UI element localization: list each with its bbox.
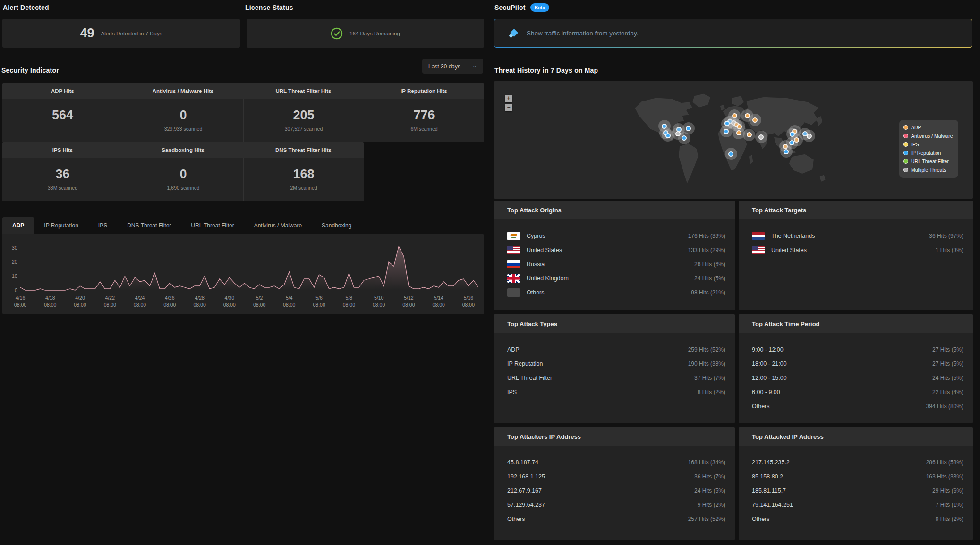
table-row: The Netherlands36 Hits (97%) xyxy=(739,229,973,243)
svg-text:08:00: 08:00 xyxy=(343,302,355,308)
license-card: 164 Days Remaining xyxy=(247,19,484,48)
row-label: 45.8.187.74 xyxy=(507,459,538,466)
stat-cell: 0329,933 scanned xyxy=(123,99,243,142)
table-row: 9:00 - 12:0027 Hits (5%) xyxy=(739,343,973,357)
map-zoom-in-button[interactable]: + xyxy=(505,95,512,102)
row-label: The Netherlands xyxy=(752,232,815,240)
row-value: 7 Hits (1%) xyxy=(936,502,963,508)
tab-antivirus-malware[interactable]: Antivirus / Malware xyxy=(244,217,312,234)
row-value: 257 Hits (52%) xyxy=(688,516,725,522)
security-indicator-title: Security Indicator xyxy=(1,67,59,74)
row-label-text: 79.141.164.251 xyxy=(752,502,793,508)
table-body: The Netherlands36 Hits (97%)United State… xyxy=(739,219,973,257)
row-label: Others xyxy=(507,516,525,522)
table-row: 57.129.64.2379 Hits (2%) xyxy=(494,498,735,512)
threat-marker-blue xyxy=(678,132,690,144)
svg-text:5/12: 5/12 xyxy=(404,295,414,301)
stat-value: 564 xyxy=(52,109,73,122)
row-value: 98 Hits (21%) xyxy=(691,289,725,296)
svg-text:10: 10 xyxy=(12,273,17,279)
legend-item: Multiple Threats xyxy=(903,166,953,174)
flag-cy-icon xyxy=(507,232,520,240)
tab-dns-threat-filter[interactable]: DNS Threat Filter xyxy=(117,217,181,234)
row-label-text: Russia xyxy=(527,261,545,268)
tab-ips[interactable]: IPS xyxy=(88,217,117,234)
row-label-text: 217.145.235.2 xyxy=(752,459,790,466)
row-value: 176 Hits (39%) xyxy=(688,233,725,239)
tab-url-threat-filter[interactable]: URL Threat Filter xyxy=(181,217,244,234)
stat-value: 205 xyxy=(293,109,314,122)
row-value: 286 Hits (58%) xyxy=(926,459,963,466)
stat-header: URL Threat Filter Hits xyxy=(243,83,364,99)
svg-text:20: 20 xyxy=(12,259,17,265)
table-row: 45.8.187.74168 Hits (34%) xyxy=(494,455,735,470)
row-label-text: 6:00 - 9:00 xyxy=(752,389,780,395)
row-label: United States xyxy=(752,246,807,254)
svg-text:0: 0 xyxy=(15,287,17,293)
svg-text:5/10: 5/10 xyxy=(374,295,384,301)
row-label: Others xyxy=(752,403,770,410)
stat-scanned: 329,933 scanned xyxy=(164,126,203,132)
threat-marker-blue xyxy=(780,145,793,158)
row-label: 85.158.80.2 xyxy=(752,473,783,480)
stat-header: DNS Threat Filter Hits xyxy=(243,142,364,158)
legend-label: Multiple Threats xyxy=(911,167,946,173)
stat-cell: 564 xyxy=(2,99,123,142)
table-row: United States133 Hits (29%) xyxy=(494,243,735,257)
stat-cell: 1682M scanned xyxy=(243,158,364,201)
alert-count: 49 xyxy=(80,26,94,41)
stat-value: 168 xyxy=(293,168,314,181)
flag-ru-icon xyxy=(507,260,520,268)
row-value: 9 Hits (2%) xyxy=(936,516,963,522)
threat-marker-orange xyxy=(749,114,761,126)
svg-text:08:00: 08:00 xyxy=(462,302,475,308)
svg-text:08:00: 08:00 xyxy=(223,302,236,308)
tab-ip-reputation[interactable]: IP Reputation xyxy=(34,217,88,234)
legend-item: ADP xyxy=(903,123,953,132)
tab-sandboxing[interactable]: Sandboxing xyxy=(312,217,361,234)
svg-text:4/26: 4/26 xyxy=(165,295,175,301)
map-zoom-out-button[interactable]: − xyxy=(505,104,512,111)
attack-tables-grid: Top Attack OriginsCyprus176 Hits (39%)Un… xyxy=(494,201,973,540)
table-title: Top Attack Time Period xyxy=(739,314,973,333)
threat-map: + − ADPAntivirus / MalwareIPSIP Reputati… xyxy=(494,81,973,199)
svg-text:08:00: 08:00 xyxy=(253,302,265,308)
tab-adp[interactable]: ADP xyxy=(2,217,34,234)
table-row: 185.81.115.729 Hits (6%) xyxy=(739,484,973,498)
secupilot-prompt-box[interactable]: Show traffic information from yesterday. xyxy=(494,19,972,48)
svg-text:08:00: 08:00 xyxy=(433,302,445,308)
map-legend: ADPAntivirus / MalwareIPSIP ReputationUR… xyxy=(899,120,958,178)
row-label: United States xyxy=(507,246,562,254)
row-value: 163 Hits (33%) xyxy=(926,473,963,480)
svg-text:5/6: 5/6 xyxy=(315,295,323,301)
table-row: United States1 Hits (3%) xyxy=(739,243,973,257)
row-label-text: 85.158.80.2 xyxy=(752,473,783,480)
secupilot-title: SecuPilot xyxy=(494,4,526,11)
row-label-text: Others xyxy=(752,516,770,522)
table-row: Others257 Hits (52%) xyxy=(494,512,735,526)
row-value: 29 Hits (6%) xyxy=(932,487,963,494)
svg-text:08:00: 08:00 xyxy=(373,302,385,308)
date-range-select[interactable]: Last 30 days ⌄ xyxy=(422,59,483,74)
row-label-text: 9:00 - 12:00 xyxy=(752,346,784,353)
row-label-text: 192.168.1.125 xyxy=(507,473,545,480)
svg-text:4/30: 4/30 xyxy=(225,295,235,301)
legend-label: IPS xyxy=(911,142,919,147)
row-label-text: Cyprus xyxy=(527,233,545,239)
row-label-text: 12:00 - 15:00 xyxy=(752,375,787,381)
svg-text:4/18: 4/18 xyxy=(45,295,55,301)
stat-value: 776 xyxy=(413,109,435,122)
legend-label: ADP xyxy=(911,125,921,130)
check-circle-icon xyxy=(331,27,343,40)
legend-dot-icon xyxy=(903,142,908,147)
table-top-attack-targets: Top Attack TargetsThe Netherlands36 Hits… xyxy=(739,201,973,310)
table-row: 79.141.164.2517 Hits (1%) xyxy=(739,498,973,512)
row-label: 192.168.1.125 xyxy=(507,473,545,480)
row-value: 190 Hits (38%) xyxy=(688,361,725,367)
secupilot-prompt-text: Show traffic information from yesterday. xyxy=(527,30,639,37)
threat-marker-gray xyxy=(755,131,767,143)
legend-label: IP Reputation xyxy=(911,150,941,156)
flag-nl-icon xyxy=(752,232,765,240)
svg-text:4/24: 4/24 xyxy=(135,295,145,301)
row-value: 394 Hits (80%) xyxy=(926,403,963,410)
